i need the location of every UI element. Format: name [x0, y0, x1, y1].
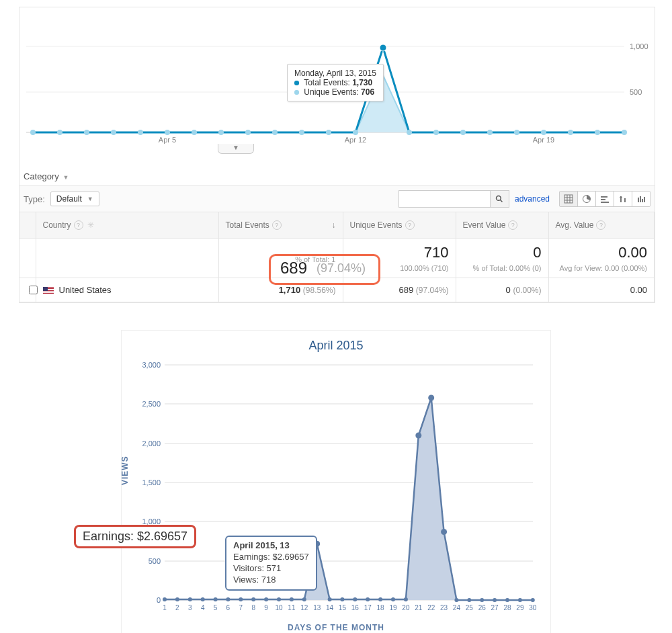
row-unique-events: 689: [398, 285, 413, 295]
help-icon[interactable]: ?: [272, 220, 282, 230]
svg-point-17: [407, 130, 412, 135]
dimension-label: Category: [24, 171, 59, 181]
views-ytick: 1,500: [142, 478, 161, 487]
svg-text:10: 10: [275, 604, 283, 611]
svg-point-13: [272, 130, 278, 135]
tooltip-date: Monday, April 13, 2015: [294, 69, 376, 78]
view-bars-button[interactable]: [596, 192, 614, 206]
svg-text:15: 15: [339, 604, 347, 611]
svg-point-76: [480, 598, 484, 602]
type-select[interactable]: Default ▼: [50, 192, 99, 206]
views-tooltip: April 2015, 13 Earnings: $2.69657 Visito…: [225, 536, 317, 591]
table-row[interactable]: United States 1,710 (98.56%) 689 (97.04%…: [19, 278, 655, 302]
search-box: [398, 190, 509, 208]
avg-value-header[interactable]: Avg. Value?: [548, 212, 655, 239]
help-icon[interactable]: ?: [405, 220, 415, 230]
svg-point-26: [380, 44, 386, 51]
svg-text:1: 1: [163, 604, 167, 611]
svg-text:7: 7: [239, 604, 243, 611]
event-value-summary: 0: [463, 244, 542, 261]
row-checkbox[interactable]: [29, 286, 38, 294]
type-select-value: Default: [56, 194, 82, 204]
help-icon[interactable]: ?: [74, 220, 83, 230]
svg-rect-41: [640, 196, 641, 202]
event-value-header[interactable]: Event Value?: [456, 212, 548, 239]
svg-line-28: [501, 200, 503, 202]
ga-chart-tooltip: Monday, April 13, 2015 Total Events: 1,7…: [287, 64, 384, 101]
country-cell: United States: [36, 278, 218, 302]
svg-rect-40: [638, 198, 639, 202]
svg-point-52: [175, 597, 179, 601]
bars-icon: [600, 194, 610, 204]
view-pivot-button[interactable]: [632, 192, 650, 206]
unique-events-header[interactable]: Unique Events?: [343, 212, 456, 239]
tooltip-series2-value: 706: [361, 87, 374, 97]
svg-text:28: 28: [503, 604, 511, 611]
sort-down-icon: ↓: [332, 220, 336, 230]
svg-text:16: 16: [351, 604, 360, 611]
tooltip-series1-label: Total Events:: [304, 78, 350, 87]
tooltip-series1-value: 1,730: [352, 78, 372, 87]
views-ytick: 2,500: [142, 400, 161, 408]
view-pie-button[interactable]: [578, 192, 596, 206]
total-events-header-label: Total Events: [226, 220, 269, 230]
svg-text:20: 20: [402, 604, 410, 611]
svg-text:17: 17: [364, 604, 372, 611]
chevron-down-icon: ▼: [87, 196, 93, 202]
svg-text:18: 18: [377, 604, 385, 611]
row-total-events: 1,710: [279, 285, 301, 295]
ga-xtick-2: Apr 19: [533, 136, 554, 144]
svg-text:12: 12: [300, 604, 308, 611]
view-table-button[interactable]: [560, 192, 578, 206]
svg-text:24: 24: [453, 604, 461, 611]
svg-point-72: [428, 395, 434, 401]
svg-text:5: 5: [214, 604, 218, 611]
svg-point-78: [505, 598, 509, 602]
svg-point-53: [188, 597, 192, 601]
svg-point-69: [391, 597, 395, 601]
search-icon: [495, 195, 503, 203]
svg-point-62: [302, 597, 306, 601]
svg-point-71: [415, 433, 421, 439]
help-icon[interactable]: ?: [596, 220, 605, 230]
svg-point-18: [433, 130, 439, 135]
summary-row: % of Total: 1 710100.00% (710) 0% of Tot…: [19, 239, 655, 278]
expand-button[interactable]: ▼: [218, 144, 254, 154]
svg-text:23: 23: [440, 604, 448, 611]
avg-value-header-label: Avg. Value: [556, 220, 594, 230]
views-xticks: 1234567891011121314151617181920212223242…: [163, 604, 537, 611]
advanced-link[interactable]: advanced: [515, 194, 550, 204]
controls-row: Type: Default ▼ advanced: [19, 185, 655, 212]
svg-point-74: [454, 598, 458, 602]
ga-chart: 1,000 500 Apr 5 Apr 12 Apr 19: [19, 7, 655, 151]
country-name: United States: [59, 285, 112, 295]
ga-ytick-1: 500: [630, 88, 642, 96]
svg-point-5: [57, 130, 62, 135]
svg-text:6: 6: [226, 604, 230, 611]
views-panel: April 2015 VIEWS 0 500: [121, 330, 551, 633]
total-events-header[interactable]: Total Events?↓: [218, 212, 343, 239]
chevron-down-icon: ▼: [62, 174, 69, 181]
views-tooltip-views: Views: 718: [233, 575, 276, 585]
search-input[interactable]: [399, 191, 490, 207]
svg-text:13: 13: [313, 604, 321, 611]
views-ytick: 2,000: [142, 439, 161, 448]
svg-point-23: [568, 130, 573, 135]
svg-text:22: 22: [427, 604, 435, 611]
svg-point-61: [290, 597, 294, 601]
ga-table: Country? ✳ Total Events?↓ Unique Events?…: [19, 212, 655, 302]
search-button[interactable]: [490, 191, 509, 207]
views-ytick: 3,000: [142, 361, 161, 369]
dimension-selector[interactable]: Category ▼: [19, 151, 655, 185]
help-icon[interactable]: ?: [508, 220, 517, 230]
svg-point-68: [378, 597, 382, 601]
country-header[interactable]: Country? ✳: [36, 212, 218, 239]
earnings-highlight: Earnings: $2.69657: [74, 525, 196, 548]
svg-point-10: [192, 130, 197, 135]
view-compare-button[interactable]: [614, 192, 632, 206]
svg-text:21: 21: [415, 604, 423, 611]
checkbox-header[interactable]: [19, 212, 36, 239]
svg-point-60: [277, 597, 281, 601]
tooltip-series2-label: Unique Events:: [304, 87, 358, 97]
ga-xtick-1: Apr 12: [345, 136, 366, 144]
